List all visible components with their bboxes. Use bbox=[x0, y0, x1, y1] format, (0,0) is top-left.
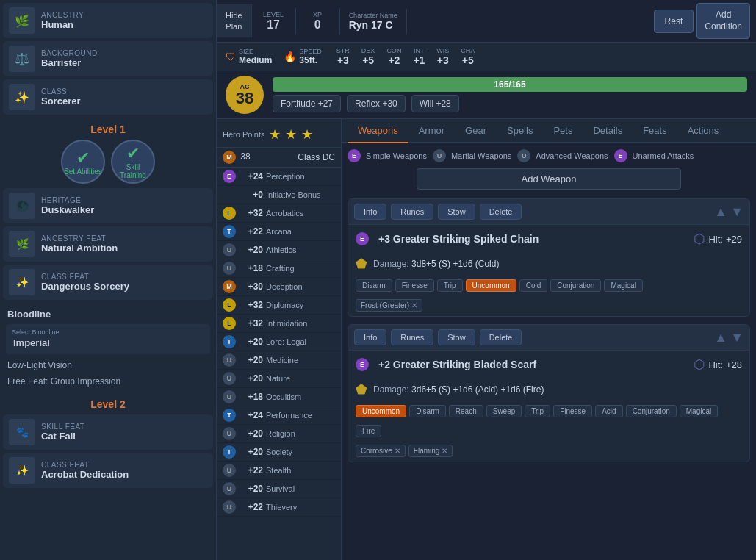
arrow-up-icon-2[interactable]: ▲ bbox=[714, 330, 727, 345]
weapon-1-delete-button[interactable]: Delete bbox=[480, 204, 522, 220]
religion-prof: U bbox=[223, 427, 236, 440]
initiative-row: +0 Initiative Bonus bbox=[217, 186, 341, 204]
weapon-2-formula: 3d6+5 (S) +1d6 (Acid) +1d6 (Fire) bbox=[411, 384, 544, 395]
acrobatics-name: Acrobatics bbox=[266, 209, 303, 218]
background-item[interactable]: ⚖️ Background Barrister bbox=[3, 41, 213, 76]
heritage-item[interactable]: 🌑 Heritage Duskwalker bbox=[3, 188, 213, 223]
class-item[interactable]: ✨ Class Sorcerer bbox=[3, 79, 213, 115]
damage-label-2: Damage: bbox=[373, 384, 411, 395]
add-weapon-button[interactable]: Add Weapon bbox=[417, 168, 681, 190]
survival-bonus: +20 bbox=[241, 484, 263, 494]
weapon-card-2: Info Runes Stow Delete ▲ ▼ E +2 Greater … bbox=[348, 324, 750, 462]
top-bar-left: Hide Plan Level 17 XP 0 Character Name R… bbox=[217, 0, 648, 42]
hp-text: 165/165 bbox=[494, 79, 525, 90]
simple-prof-badge: E bbox=[348, 149, 361, 162]
frost-greater-label: Frost (Greater) bbox=[361, 301, 409, 309]
rest-button[interactable]: Rest bbox=[654, 10, 694, 33]
weapon-2-info-button[interactable]: Info bbox=[354, 329, 386, 345]
bloodline-title: Bloodline bbox=[6, 306, 210, 323]
deception-prof: M bbox=[223, 280, 236, 293]
weapon-1-stow-button[interactable]: Stow bbox=[438, 204, 475, 220]
ancestry-item[interactable]: 🌿 Ancestry Human bbox=[3, 3, 213, 38]
diplomacy-prof: L bbox=[223, 298, 236, 312]
set-abilities-button[interactable]: ✔ Set Abilities bbox=[61, 140, 105, 184]
skill-feat-item[interactable]: 🐾 Skill Feat Cat Fall bbox=[3, 414, 213, 450]
proficiency-row: E Simple Weapons U Martial Weapons U Adv… bbox=[348, 149, 750, 162]
ac-hp-bar: AC 38 165/165 Fortitude +27 Reflex +30 W… bbox=[217, 71, 756, 119]
martial-weapons-prof: U Martial Weapons bbox=[433, 149, 511, 162]
str-score: STR +3 bbox=[336, 47, 350, 66]
tab-gear[interactable]: Gear bbox=[455, 119, 497, 143]
tag-disarm-2: Disarm bbox=[409, 405, 446, 417]
class-dc-label: Class DC bbox=[298, 152, 335, 162]
will-button[interactable]: Will +28 bbox=[411, 95, 459, 112]
arrow-down-icon[interactable]: ▼ bbox=[730, 204, 744, 220]
weapons-panel: Weapons Armor Gear Spells Pets Details F… bbox=[342, 119, 756, 560]
arrow-up-icon[interactable]: ▲ bbox=[714, 204, 727, 220]
ac-badge[interactable]: AC 38 bbox=[226, 76, 264, 114]
weapon-2-delete-button[interactable]: Delete bbox=[480, 329, 522, 345]
weapon-1-info-button[interactable]: Info bbox=[354, 204, 386, 220]
list-item: U+20Nature bbox=[217, 370, 341, 388]
arcana-name: Arcana bbox=[266, 227, 292, 236]
weapon-2-stow-button[interactable]: Stow bbox=[438, 329, 475, 345]
tab-details[interactable]: Details bbox=[583, 119, 633, 143]
weapon-card-1: Info Runes Stow Delete ▲ ▼ E +3 Greater … bbox=[348, 198, 750, 317]
list-item: U+22Stealth bbox=[217, 462, 341, 480]
tab-weapons[interactable]: Weapons bbox=[348, 119, 408, 143]
background-text: Background Barrister bbox=[41, 49, 207, 68]
list-item: L+32Intimidation bbox=[217, 315, 341, 333]
corrosive-label: Corrosive bbox=[361, 447, 392, 455]
tab-actions[interactable]: Actions bbox=[677, 119, 730, 143]
hp-bar-container[interactable]: 165/165 bbox=[273, 77, 747, 92]
advanced-weapons-label: Advanced Weapons bbox=[536, 151, 608, 160]
weapon-2-runes-button[interactable]: Runes bbox=[391, 329, 433, 345]
bloodline-value: Imperial bbox=[12, 336, 204, 350]
ancestry-name: Human bbox=[41, 19, 207, 30]
con-label: CON bbox=[386, 47, 401, 54]
free-group-feat: Free Feat: Group Impression bbox=[3, 373, 213, 390]
size-group: SIZE Medium bbox=[239, 48, 272, 65]
tab-spells[interactable]: Spells bbox=[497, 119, 543, 143]
list-item: T+24Performance bbox=[217, 406, 341, 425]
top-bar: Hide Plan Level 17 XP 0 Character Name R… bbox=[217, 0, 756, 43]
class-dc-prof: M bbox=[223, 151, 236, 164]
class-feat2-item[interactable]: ✨ Class Feat Acrobat Dedication bbox=[3, 453, 213, 488]
tab-feats[interactable]: Feats bbox=[633, 119, 677, 143]
tab-pets[interactable]: Pets bbox=[543, 119, 583, 143]
cha-value: +5 bbox=[462, 54, 474, 66]
ancestry-feat-item[interactable]: 🌿 Ancestry Feat Natural Ambition bbox=[3, 226, 213, 262]
frost-greater-remove[interactable]: ✕ bbox=[411, 301, 417, 309]
acrobatics-bonus: +32 bbox=[241, 208, 263, 218]
weapon-2-damage-row: ⬟ Damage: 3d6+5 (S) +1d6 (Acid) +1d6 (Fi… bbox=[348, 378, 749, 402]
stealth-prof: U bbox=[223, 464, 236, 477]
level1-header: Level 1 bbox=[3, 118, 213, 140]
weapon-2-tags: Uncommon Disarm Reach Sweep Trip Finesse… bbox=[348, 402, 749, 422]
class-feat-item[interactable]: ✨ Class Feat Dangerous Sorcery bbox=[3, 265, 213, 300]
stealth-bonus: +22 bbox=[241, 465, 263, 475]
fortitude-button[interactable]: Fortitude +27 bbox=[273, 95, 341, 112]
tab-bar: Weapons Armor Gear Spells Pets Details F… bbox=[342, 119, 756, 143]
heritage-icon: 🌑 bbox=[9, 193, 35, 219]
save-throws: Fortitude +27 Reflex +30 Will +28 bbox=[273, 95, 747, 112]
flaming-remove[interactable]: ✕ bbox=[442, 447, 447, 455]
ancestry-feat-label: Ancestry Feat bbox=[41, 234, 207, 243]
class-dc-value: 38 bbox=[240, 151, 250, 162]
bloodline-section: Bloodline Select Bloodline Imperial bbox=[3, 303, 213, 357]
reflex-button[interactable]: Reflex +30 bbox=[347, 95, 406, 112]
initiative-name: Initiative Bonus bbox=[266, 190, 321, 199]
list-item: L+32Acrobatics bbox=[217, 204, 341, 223]
weapon-2-drag: ▲ ▼ bbox=[714, 329, 744, 345]
arcana-bonus: +22 bbox=[241, 226, 263, 237]
weapon-1-runes-button[interactable]: Runes bbox=[391, 204, 433, 220]
tab-armor[interactable]: Armor bbox=[408, 119, 455, 143]
add-condition-button[interactable]: Add Condition bbox=[696, 3, 750, 39]
background-name: Barrister bbox=[41, 57, 207, 68]
ancestry-feat-name: Natural Ambition bbox=[41, 243, 207, 254]
simple-weapons-prof: E Simple Weapons bbox=[348, 149, 427, 162]
perception-prof: E bbox=[223, 170, 236, 183]
arrow-down-icon-2[interactable]: ▼ bbox=[730, 330, 744, 345]
skill-training-button[interactable]: ✔ Skill Training bbox=[111, 140, 155, 184]
hide-plan-button[interactable]: Hide Plan bbox=[217, 4, 252, 37]
corrosive-remove[interactable]: ✕ bbox=[395, 447, 400, 455]
